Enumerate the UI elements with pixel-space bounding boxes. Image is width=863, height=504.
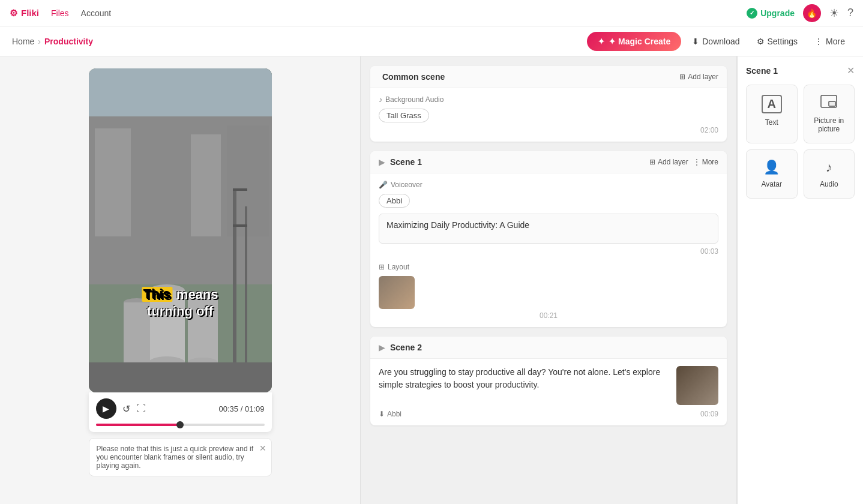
common-scene-body: ♪ Background Audio Tall Grass 02:00 [370, 88, 727, 142]
user-avatar[interactable]: 🔥 [803, 4, 821, 22]
scene2-title: Scene 2 [390, 343, 718, 352]
controls-row: ▶ ↺ ⛶ 00:35 / 01:09 [96, 398, 265, 419]
common-scene-title: Common scene [382, 72, 679, 82]
replay-button[interactable]: ↺ [122, 403, 130, 415]
mic-icon: 🎤 [379, 181, 388, 189]
fullscreen-button[interactable]: ⛶ [136, 403, 146, 414]
help-button[interactable]: ? [847, 7, 853, 19]
magic-create-icon: ✦ [598, 37, 605, 46]
nav-account[interactable]: Account [81, 8, 112, 18]
notice-text: Please note that this is just a quick pr… [97, 445, 253, 470]
time-total: 01:09 [245, 404, 265, 413]
text-layer-icon: A [762, 95, 782, 113]
scene2-body: Are you struggling to stay productive al… [370, 359, 727, 425]
voiceover-text[interactable]: Maximizing Daily Productivity: A Guide [379, 214, 718, 244]
toolbar-actions: ✦ ✦ Magic Create ⬇ Download ⚙ Settings ⋮… [587, 32, 851, 51]
scene1-add-layer-icon: ⊞ [649, 158, 655, 166]
scene2-header: ▶ Scene 2 [370, 337, 727, 359]
more-menu-button[interactable]: ⋮ More [808, 33, 851, 50]
scene1-add-layer-label: Add layer [658, 158, 688, 166]
video-background: This means turning off [89, 68, 272, 392]
text-layer-label: Text [765, 118, 778, 127]
svg-rect-16 [245, 206, 247, 362]
scene1-more-dots-icon: ⋮ [693, 158, 700, 166]
svg-rect-19 [89, 362, 272, 392]
scene1-actions: ⊞ Add layer ⋮ More [649, 158, 718, 166]
layout-thumbnail[interactable] [379, 276, 415, 309]
progress-thumb [176, 421, 184, 428]
progress-bar[interactable] [96, 424, 265, 426]
voice-pill[interactable]: Abbi [379, 194, 410, 208]
common-add-layer-button[interactable]: ⊞ Add layer [679, 73, 718, 81]
scene1-voiceover-time: 00:03 [379, 247, 718, 256]
scene1-add-layer-button[interactable]: ⊞ Add layer [649, 158, 688, 166]
breadcrumb-home[interactable]: Home [12, 37, 34, 46]
app-logo[interactable]: ⚙ Fliki [10, 8, 39, 19]
music-icon: ♪ [379, 95, 382, 104]
audio-layer-icon: ♪ [826, 160, 832, 175]
scene1-header: ▶ Scene 1 ⊞ Add layer ⋮ More [370, 151, 727, 173]
layer-picture-in-picture[interactable]: Picture in picture [804, 85, 855, 143]
svg-rect-17 [233, 188, 247, 191]
layout-label: ⊞ Layout [379, 263, 718, 271]
scene2-voice-label: ⬇ Abbi [379, 410, 401, 418]
scene2-voice-icon: ⬇ [379, 410, 385, 418]
audio-layer-label: Audio [820, 180, 838, 188]
layer-audio[interactable]: ♪ Audio [804, 149, 855, 199]
layout-thumb-image [379, 276, 415, 309]
scene2-thumbnail[interactable] [676, 366, 718, 405]
settings-button[interactable]: ⚙ Settings [751, 33, 804, 50]
middle-panel[interactable]: Common scene ⊞ Add layer ♪ Background Au… [360, 56, 737, 504]
magic-create-button[interactable]: ✦ ✦ Magic Create [587, 32, 681, 51]
scene2-text: Are you struggling to stay productive al… [379, 366, 669, 391]
video-scene-svg [89, 68, 272, 392]
time-separator: / [241, 404, 245, 413]
upgrade-check-icon: ✓ [747, 8, 757, 19]
upgrade-label: Upgrade [760, 8, 795, 18]
layout-time: 00:21 [379, 311, 718, 320]
time-current: 00:35 [219, 404, 239, 413]
download-label: Download [702, 37, 739, 46]
top-nav-right: ✓ Upgrade 🔥 ☀ ? [747, 4, 853, 22]
add-layer-icon: ⊞ [679, 73, 685, 81]
common-scene-header: Common scene ⊞ Add layer [370, 66, 727, 88]
svg-rect-5 [191, 134, 221, 236]
video-subtitle-line2: turning off [142, 303, 218, 320]
scene1-more-button[interactable]: ⋮ More [693, 158, 718, 166]
scene2-card: ▶ Scene 2 Are you struggling to stay pro… [370, 337, 727, 425]
layer-text[interactable]: A Text [746, 85, 798, 143]
avatar-layer-icon: 👤 [763, 160, 780, 175]
right-panel-close-button[interactable]: ✕ [847, 65, 855, 76]
svg-rect-15 [233, 188, 236, 362]
scene2-play-icon: ▶ [379, 343, 385, 352]
svg-rect-18 [233, 224, 247, 227]
common-add-layer-label: Add layer [688, 73, 718, 81]
svg-rect-4 [137, 122, 185, 236]
right-panel-title-row: Scene 1 ✕ [746, 65, 855, 76]
breadcrumb-bar: Home › Productivity ✦ ✦ Magic Create ⬇ D… [0, 26, 863, 56]
nav-files[interactable]: Files [51, 8, 69, 18]
video-preview: This means turning off [89, 68, 272, 392]
scene1-card: ▶ Scene 1 ⊞ Add layer ⋮ More 🎤 Voiceov [370, 151, 727, 327]
download-button[interactable]: ⬇ Download [686, 33, 745, 50]
notice-close-button[interactable]: ✕ [259, 443, 266, 453]
more-dots-icon: ⋮ [814, 37, 823, 46]
scene1-more-label: More [702, 158, 718, 166]
theme-toggle-button[interactable]: ☀ [829, 7, 839, 20]
gear-icon: ⚙ [10, 8, 17, 19]
pip-layer-label: Picture in picture [809, 116, 850, 133]
subtitle-highlight: This [142, 287, 172, 302]
audio-track-pill[interactable]: Tall Grass [379, 109, 429, 122]
common-scene-time: 02:00 [379, 126, 718, 134]
upgrade-button[interactable]: ✓ Upgrade [747, 8, 795, 19]
play-button[interactable]: ▶ [96, 398, 116, 419]
breadcrumb-separator: › [38, 37, 41, 46]
top-nav: ⚙ Fliki Files Account ✓ Upgrade 🔥 ☀ ? [0, 0, 863, 26]
main-layout: This means turning off ▶ ↺ ⛶ 00:35 / 01:… [0, 56, 863, 504]
scene2-voice-name: Abbi [387, 410, 401, 418]
nav-links: Files Account [51, 8, 111, 18]
video-controls: ▶ ↺ ⛶ 00:35 / 01:09 [89, 392, 272, 432]
avatar-layer-label: Avatar [762, 180, 782, 188]
layer-avatar[interactable]: 👤 Avatar [746, 149, 798, 199]
scene2-content-row: Are you struggling to stay productive al… [379, 366, 718, 405]
